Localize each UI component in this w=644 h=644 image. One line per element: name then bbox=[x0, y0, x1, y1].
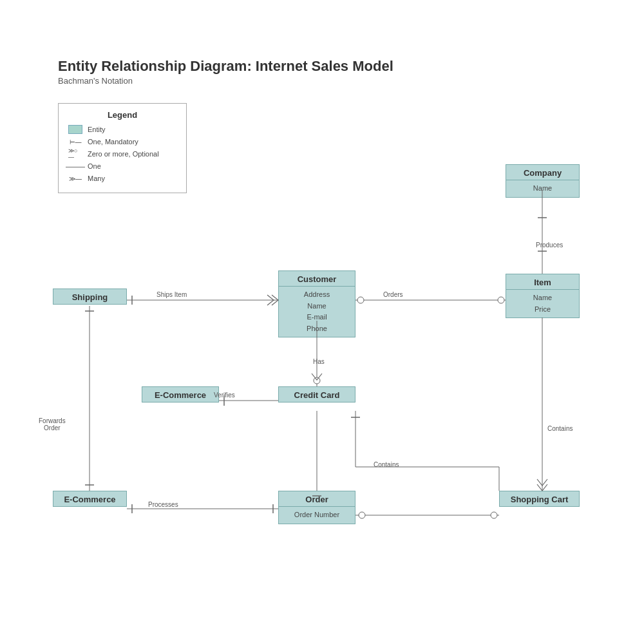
entity-ecommerce-bottom: E-Commerce bbox=[53, 491, 127, 507]
legend-zero-more-icon: ≫○— bbox=[68, 149, 82, 158]
entity-credit-card-title: Credit Card bbox=[279, 387, 355, 402]
svg-point-9 bbox=[498, 297, 504, 303]
entity-customer: Customer AddressNameE-mailPhone bbox=[278, 270, 355, 337]
entity-shopping-cart: Shopping Cart bbox=[499, 491, 580, 507]
svg-point-24 bbox=[491, 512, 497, 518]
entity-order-title: Order bbox=[279, 491, 355, 506]
entity-ecommerce-top-title: E-Commerce bbox=[142, 387, 218, 402]
title-area: Entity Relationship Diagram: Internet Sa… bbox=[58, 58, 393, 86]
diagram-container: Entity Relationship Diagram: Internet Sa… bbox=[0, 0, 644, 644]
entity-order-attrs: Order Number bbox=[279, 507, 355, 524]
entity-item: Item NamePrice bbox=[506, 274, 580, 318]
entity-customer-attrs: AddressNameE-mailPhone bbox=[279, 287, 355, 337]
entity-customer-title: Customer bbox=[279, 271, 355, 286]
legend-entity: Entity bbox=[68, 125, 176, 134]
entity-company: Company Name bbox=[506, 164, 580, 198]
legend-one-mandatory-label: One, Mandatory bbox=[88, 138, 138, 146]
rel-produces: Produces bbox=[536, 242, 563, 249]
rel-ships-item: Ships Item bbox=[156, 291, 187, 298]
svg-point-11 bbox=[314, 377, 320, 384]
entity-credit-card: Credit Card bbox=[278, 386, 355, 402]
entity-shipping-title: Shipping bbox=[53, 289, 126, 304]
legend-one-mandatory-icon: ⊢— bbox=[68, 137, 82, 146]
legend-title: Legend bbox=[68, 110, 176, 120]
svg-point-8 bbox=[357, 297, 364, 303]
rel-verifies: Verifies bbox=[214, 392, 235, 399]
legend-many-icon: ≫— bbox=[68, 174, 82, 183]
entity-item-title: Item bbox=[506, 274, 579, 289]
sub-title: Bachman's Notation bbox=[58, 76, 393, 86]
legend-entity-label: Entity bbox=[88, 126, 106, 133]
entity-order: Order Order Number bbox=[278, 491, 355, 524]
rel-forwards: ForwardsOrder bbox=[39, 417, 66, 431]
entity-item-attrs: NamePrice bbox=[506, 290, 579, 317]
entity-shipping: Shipping bbox=[53, 289, 127, 305]
rel-processes: Processes bbox=[148, 501, 178, 508]
legend-one-mandatory: ⊢— One, Mandatory bbox=[68, 137, 176, 146]
legend-one: ——— One bbox=[68, 162, 176, 171]
legend-one-label: One bbox=[88, 162, 101, 170]
legend-one-icon: ——— bbox=[68, 162, 82, 171]
legend-box: Legend Entity ⊢— One, Mandatory ≫○— Zero… bbox=[58, 103, 187, 193]
legend-zero-more-label: Zero or more, Optional bbox=[88, 150, 159, 158]
legend-zero-more: ≫○— Zero or more, Optional bbox=[68, 149, 176, 158]
rel-has: Has bbox=[313, 358, 325, 365]
rel-contains-order: Contains bbox=[374, 461, 399, 468]
legend-many-label: Many bbox=[88, 175, 105, 182]
rel-contains-cart: Contains bbox=[547, 425, 573, 432]
entity-company-attrs: Name bbox=[506, 180, 579, 197]
legend-many: ≫— Many bbox=[68, 174, 176, 183]
legend-color bbox=[68, 125, 82, 134]
rel-orders: Orders bbox=[383, 291, 403, 298]
main-title: Entity Relationship Diagram: Internet Sa… bbox=[58, 58, 393, 75]
entity-company-title: Company bbox=[506, 165, 579, 180]
entity-ecommerce-top: E-Commerce bbox=[142, 386, 219, 402]
entity-shopping-cart-title: Shopping Cart bbox=[500, 491, 579, 506]
svg-point-23 bbox=[359, 512, 365, 518]
entity-ecommerce-bottom-title: E-Commerce bbox=[53, 491, 126, 506]
